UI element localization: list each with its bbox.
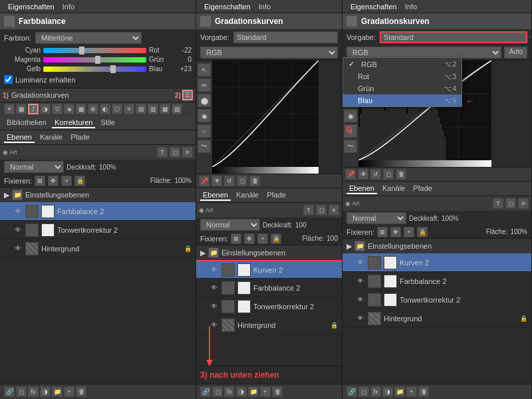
photofilter-icon[interactable]: ⬡	[112, 104, 122, 114]
layer-bg-right[interactable]: 👁 Hintergrund 🔒	[342, 309, 531, 328]
cyan-rot-thumb[interactable]	[79, 47, 84, 55]
mask-icon-mid[interactable]: ◻	[212, 386, 223, 397]
hsl-icon[interactable]: ▩	[76, 104, 86, 114]
new-layer-icon-mid[interactable]: +	[260, 386, 271, 397]
del-right[interactable]: 🗑	[396, 169, 406, 180]
tool-eyedropper2-right[interactable]: ◉	[344, 109, 357, 122]
mid-more-icon[interactable]: ≡	[329, 205, 339, 215]
adj-add-icon-left[interactable]: ◑	[40, 386, 51, 397]
tab-stile[interactable]: Stile	[98, 118, 117, 128]
lock-icon-left[interactable]: 🔒	[74, 176, 85, 186]
tab-ebenen-right[interactable]: Ebenen	[346, 184, 377, 194]
dropdown-rgb[interactable]: RGB ⌥2	[343, 58, 462, 70]
layer-fb2-mid[interactable]: 👁 Farbbalance 2	[196, 279, 342, 297]
tab-kanaele-right[interactable]: Kanäle	[380, 184, 408, 194]
right-text-icon[interactable]: T	[493, 198, 503, 209]
right-layer-group[interactable]: ▶ 📁 Einstellungsebenen	[342, 239, 531, 253]
layer-tw-mid[interactable]: 👁 Tonwertkorrektur 2	[196, 297, 342, 316]
curves-icon[interactable]: ⤴	[28, 104, 39, 114]
tool-eyedropper3[interactable]: ○	[198, 124, 211, 138]
mask-icon-left[interactable]: ◻	[16, 386, 27, 397]
trash-icon-right[interactable]: 🗑	[418, 386, 429, 397]
style-icon-left[interactable]: fx	[28, 386, 39, 397]
tab-kanaele-left[interactable]: Kanäle	[37, 132, 65, 143]
link-icon-left[interactable]: 🔗	[4, 386, 15, 397]
adj-add-icon-mid[interactable]: ◑	[236, 386, 247, 397]
tab-pfade-right[interactable]: Pfade	[410, 184, 435, 194]
colorbalance-icon[interactable]: ⊕	[88, 104, 98, 114]
tab-ebenen-left[interactable]: Ebenen	[4, 132, 35, 143]
layer-tw-right[interactable]: 👁 Tonwertkorrektur 2	[342, 291, 531, 309]
blend-mode-right[interactable]: Normal	[346, 212, 406, 224]
fix-all-icon-right[interactable]: +	[404, 227, 414, 237]
layer-kurven2-mid[interactable]: 👁 Kurven 2	[196, 260, 342, 279]
layer-fb2-right[interactable]: 👁 Farbbalance 2	[342, 272, 531, 291]
dropdown-rot[interactable]: Rot ⌥3	[343, 70, 462, 82]
tab-korrekturen[interactable]: Korrekturen	[52, 118, 95, 128]
reset-mid[interactable]: ↺	[224, 176, 235, 186]
lock-icon-mid[interactable]: 🔒	[271, 233, 281, 244]
tab-eigenschaften-left[interactable]: Eigenschaften	[4, 3, 59, 11]
eye-mid-bg[interactable]: 👁	[209, 321, 219, 330]
mixer-icon[interactable]: ≡	[124, 104, 134, 114]
right-shape-icon[interactable]: ◻	[505, 198, 516, 209]
reset-right[interactable]: ↺	[370, 169, 381, 180]
fix-all-icon[interactable]: +	[61, 176, 72, 186]
vis-mid[interactable]: ◻	[237, 176, 247, 186]
layer-kurven2-right[interactable]: 👁 Kurven 2	[342, 253, 531, 272]
eye-mid-k2[interactable]: 👁	[209, 265, 219, 275]
layer-farbbalance2-left[interactable]: 👁 Farbbalance 2	[0, 202, 196, 221]
farbton-dropdown[interactable]: Mitteltöne	[35, 32, 142, 44]
down-icon[interactable]: ▽	[52, 104, 63, 114]
fix-move-icon[interactable]: ✥	[48, 176, 59, 186]
mask-icon-right[interactable]: ◻	[358, 386, 369, 397]
group-icon-right[interactable]: 📁	[394, 386, 405, 397]
tool-eyedropper2[interactable]: ◉	[198, 109, 211, 122]
eye-left-tw[interactable]: 👁	[13, 225, 23, 235]
tab-info-right[interactable]: Info	[401, 3, 421, 11]
tool-smooth-right[interactable]: 〜	[344, 140, 357, 153]
tab-eigenschaften-mid[interactable]: Eigenschaften	[200, 3, 255, 11]
layer-bg-mid[interactable]: 👁 Hintergrund 🔒	[196, 316, 342, 334]
posterize-icon[interactable]: ▥	[148, 104, 158, 114]
dropdown-blau[interactable]: Blau ⌥5 ←	[343, 94, 462, 106]
layer-bg-left[interactable]: 👁 Hintergrund 🔒	[0, 239, 196, 258]
vibrance-icon[interactable]: ◈	[64, 104, 74, 114]
mid-text-icon[interactable]: T	[303, 205, 314, 215]
shape-icon[interactable]: ◻	[170, 147, 180, 158]
more-icon[interactable]: ≡	[182, 147, 193, 158]
tool-pointer[interactable]: ↖	[198, 63, 211, 76]
adj-list-icon[interactable]: ☰	[182, 90, 193, 100]
selectivecolor-icon[interactable]: ▧	[172, 104, 182, 114]
new-layer-icon-left[interactable]: +	[64, 386, 74, 397]
pin-icon-mid[interactable]: 📌	[199, 176, 209, 186]
tab-bibliotheken[interactable]: Bibliotheken	[4, 118, 49, 128]
gradient-icon[interactable]: ▤	[136, 104, 146, 114]
luminanz-checkbox[interactable]	[4, 75, 13, 84]
eye-left-bg[interactable]: 👁	[13, 244, 23, 253]
tab-ebenen-mid[interactable]: Ebenen	[200, 190, 231, 201]
lock-icon-right[interactable]: 🔒	[417, 227, 428, 237]
right-more-icon[interactable]: ≡	[518, 198, 529, 209]
magenta-gruen-thumb[interactable]	[95, 56, 100, 64]
link-icon-right[interactable]: 🔗	[346, 386, 357, 397]
style-icon-mid[interactable]: fx	[224, 386, 235, 397]
mid-vorgabe-input[interactable]	[233, 31, 338, 43]
eye-right[interactable]: 👁	[358, 169, 368, 180]
eye-right-tw[interactable]: 👁	[356, 295, 365, 305]
style-icon-right[interactable]: fx	[370, 386, 381, 397]
tool-pencil[interactable]: ✏	[198, 78, 211, 92]
blend-mode-mid[interactable]: Normal	[200, 219, 260, 231]
left-layer-group[interactable]: ▶ 📁 Einstellungsebenen	[0, 188, 196, 202]
dropdown-gruen[interactable]: Grün ⌥4	[343, 82, 462, 94]
group-icon-left[interactable]: 📁	[52, 386, 63, 397]
tool-smooth[interactable]: 〜	[198, 140, 211, 153]
eye-right-bg[interactable]: 👁	[356, 314, 365, 323]
adj-add-icon-right[interactable]: ◑	[382, 386, 393, 397]
eye-right-k2[interactable]: 👁	[356, 258, 365, 267]
eye-mid-fb2[interactable]: 👁	[209, 283, 219, 293]
trash-icon-mid[interactable]: 🗑	[272, 386, 283, 397]
right-vorgabe-input[interactable]	[380, 31, 527, 43]
trash-icon-left[interactable]: 🗑	[76, 386, 86, 397]
tab-pfade-left[interactable]: Pfade	[68, 132, 92, 143]
